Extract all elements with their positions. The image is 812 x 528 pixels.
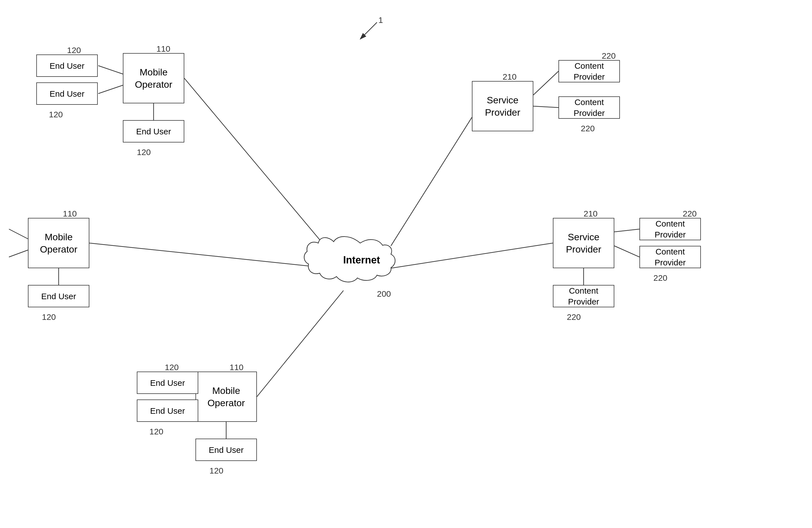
end-user-bot-3: End User (195, 439, 257, 461)
end-user-bot-1-ref: 120 (165, 362, 179, 372)
svg-line-7 (9, 250, 28, 257)
end-user-top-1: End User (36, 55, 98, 77)
mobile-op-top-ref: 110 (156, 44, 170, 54)
end-user-mid-3-ref: 120 (42, 312, 56, 322)
svg-line-16 (533, 106, 559, 108)
end-user-top-2-ref: 120 (49, 110, 63, 119)
svg-line-3 (98, 85, 123, 94)
mobile-op-top: MobileOperator (123, 53, 184, 103)
content-prov-top-2-ref: 220 (581, 124, 595, 133)
end-user-top-3-ref: 120 (137, 147, 151, 157)
content-prov-mid-1: Content Provider (639, 218, 701, 240)
end-user-bot-3-ref: 120 (209, 466, 223, 475)
service-prov-top: ServiceProvider (472, 81, 533, 131)
service-prov-top-ref: 210 (503, 72, 517, 82)
ref-1: 1 (378, 15, 383, 25)
end-user-bot-2-ref: 120 (149, 427, 163, 437)
svg-line-13 (257, 290, 344, 397)
service-prov-mid-ref: 210 (584, 209, 597, 218)
mobile-op-mid-ref: 110 (63, 209, 77, 218)
svg-line-15 (533, 71, 559, 95)
svg-line-9 (89, 243, 330, 268)
svg-line-18 (614, 229, 639, 232)
end-user-mid-3: End User (28, 285, 89, 307)
internet-ref: 200 (377, 289, 391, 299)
end-user-top-1-ref: 120 (67, 45, 81, 55)
content-prov-top-1: Content Provider (559, 60, 620, 82)
content-prov-top-2: Content Provider (559, 96, 620, 119)
svg-line-19 (614, 246, 639, 257)
svg-line-5 (184, 78, 330, 252)
service-prov-mid: ServiceProvider (553, 218, 614, 268)
internet-label: Internet (334, 254, 390, 266)
end-user-bot-1: End User (137, 372, 198, 394)
svg-line-1 (360, 22, 377, 39)
mobile-op-mid: MobileOperator (28, 218, 89, 268)
content-prov-mid-3-ref: 220 (567, 312, 581, 322)
diagram: 1 Internet 200 MobileOperator 110 End Us… (0, 0, 812, 528)
content-prov-mid-2: Content Provider (639, 246, 701, 268)
mobile-op-bot: MobileOperator (195, 372, 257, 422)
mobile-op-bot-ref: 110 (230, 362, 244, 372)
svg-line-6 (9, 229, 28, 239)
content-prov-mid-2-ref: 220 (653, 273, 667, 283)
content-prov-mid-1-ref: 220 (683, 209, 697, 218)
svg-line-17 (391, 243, 553, 268)
content-prov-mid-3: Content Provider (553, 285, 614, 307)
svg-line-2 (98, 66, 123, 74)
end-user-top-2: End User (36, 82, 98, 105)
svg-line-14 (391, 117, 472, 246)
end-user-top-3: End User (123, 120, 184, 142)
content-prov-top-1-ref: 220 (602, 51, 616, 61)
end-user-bot-2: End User (137, 399, 198, 422)
